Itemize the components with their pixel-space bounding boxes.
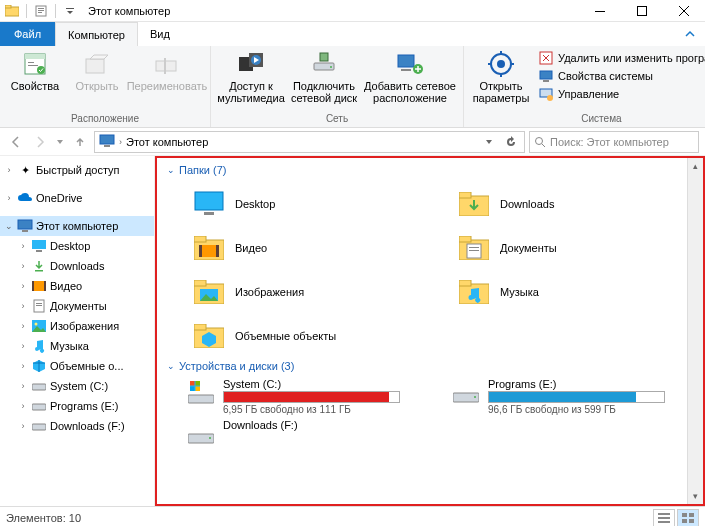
tree-desktop[interactable]: ›Desktop	[0, 236, 154, 256]
maximize-button[interactable]	[621, 0, 663, 22]
svg-rect-33	[540, 71, 552, 79]
properties-button[interactable]: Свойства	[4, 48, 66, 92]
svg-rect-83	[196, 387, 201, 392]
navigation-pane[interactable]: ›✦Быстрый доступ ›OneDrive ⌄Этот компьют…	[0, 156, 155, 506]
view-large-icons-button[interactable]	[677, 509, 699, 527]
chevron-right-icon: ›	[119, 137, 122, 147]
address-bar: › Этот компьютер Поиск: Этот компьютер	[0, 128, 705, 156]
svg-rect-90	[658, 521, 670, 523]
uninstall-icon	[538, 50, 554, 66]
folder-video[interactable]: Видео	[165, 226, 430, 270]
svg-rect-56	[32, 424, 46, 430]
tab-file[interactable]: Файл	[0, 22, 55, 46]
drive-downloads-f[interactable]: Downloads (F:)	[165, 419, 430, 447]
star-icon: ✦	[17, 162, 33, 178]
tree-documents[interactable]: ›Документы	[0, 296, 154, 316]
media-access-button[interactable]: Доступ к мультимедиа	[215, 48, 287, 104]
tree-programs-e[interactable]: ›Programs (E:)	[0, 396, 154, 416]
system-props-button[interactable]: Свойства системы	[538, 68, 705, 84]
tree-video[interactable]: ›Видео	[0, 276, 154, 296]
documents-icon	[31, 298, 47, 314]
tree-pictures[interactable]: ›Изображения	[0, 316, 154, 336]
content-area[interactable]: ⌄Папки (7) Desktop Видео Изображения Объ…	[155, 156, 705, 506]
tree-onedrive[interactable]: ›OneDrive	[0, 188, 154, 208]
qat-dropdown-icon[interactable]	[62, 3, 78, 19]
drive-programs-e[interactable]: Programs (E:) 96,6 ГБ свободно из 599 ГБ	[430, 378, 695, 415]
add-network-loc-button[interactable]: Добавить сетевое расположение	[361, 48, 459, 104]
uninstall-button[interactable]: Удалить или изменить программу	[538, 50, 705, 66]
view-details-button[interactable]	[653, 509, 675, 527]
objects3d-folder-icon	[193, 322, 225, 350]
tree-downloads-f[interactable]: ›Downloads (F:)	[0, 416, 154, 436]
svg-rect-63	[216, 245, 219, 257]
map-drive-button[interactable]: Подключить сетевой диск	[287, 48, 361, 104]
folder-music[interactable]: Музыка	[430, 270, 695, 314]
svg-rect-82	[190, 387, 195, 392]
svg-rect-34	[543, 80, 549, 82]
tree-this-pc[interactable]: ⌄Этот компьютер	[0, 216, 154, 236]
folder-pictures[interactable]: Изображения	[165, 270, 430, 314]
folder-3dobjects[interactable]: Объемные объекты	[165, 314, 430, 358]
svg-rect-46	[32, 281, 46, 291]
nav-forward-button[interactable]	[30, 132, 50, 152]
properties-qat-icon[interactable]	[33, 3, 49, 19]
desktop-icon	[31, 238, 47, 254]
rename-label: Переименовать	[127, 80, 208, 92]
pictures-folder-icon	[193, 278, 225, 306]
ribbon-section-system: Открыть параметры Удалить или изменить п…	[464, 46, 705, 127]
svg-rect-47	[32, 281, 34, 291]
window-title: Этот компьютер	[88, 5, 579, 17]
folder-documents[interactable]: Документы	[430, 226, 695, 270]
system-props-icon	[538, 68, 554, 84]
settings-icon	[487, 50, 515, 78]
svg-rect-80	[190, 381, 195, 386]
minimize-button[interactable]	[579, 0, 621, 22]
map-drive-label: Подключить сетевой диск	[287, 80, 361, 104]
tree-system-c[interactable]: ›System (C:)	[0, 376, 154, 396]
drive-system-c[interactable]: System (C:) 6,95 ГБ свободно из 111 ГБ	[165, 378, 430, 415]
nav-back-button[interactable]	[6, 132, 26, 152]
tree-quick-access[interactable]: ›✦Быстрый доступ	[0, 160, 154, 180]
svg-rect-11	[28, 62, 34, 63]
svg-rect-94	[689, 519, 694, 523]
open-label: Открыть	[75, 80, 118, 92]
close-button[interactable]	[663, 0, 705, 22]
video-icon	[31, 278, 47, 294]
scroll-down-icon[interactable]: ▾	[688, 488, 703, 504]
svg-rect-70	[459, 192, 471, 198]
search-field[interactable]: Поиск: Этот компьютер	[529, 131, 699, 153]
tree-3dobjects[interactable]: ›Объемные о...	[0, 356, 154, 376]
titlebar: Этот компьютер	[0, 0, 705, 22]
group-drives[interactable]: ⌄Устройства и диски (3)	[165, 358, 695, 378]
ribbon-collapse-button[interactable]	[675, 22, 705, 46]
svg-rect-50	[36, 303, 42, 304]
tree-music[interactable]: ›Музыка	[0, 336, 154, 356]
tab-computer[interactable]: Компьютер	[55, 22, 138, 46]
media-label: Доступ к мультимедиа	[215, 80, 287, 104]
svg-rect-68	[194, 324, 206, 330]
svg-rect-45	[35, 270, 43, 272]
svg-rect-23	[398, 55, 414, 67]
nav-history-button[interactable]	[54, 132, 66, 152]
tree-downloads[interactable]: ›Downloads	[0, 256, 154, 276]
address-dropdown-icon[interactable]	[480, 138, 498, 146]
address-field[interactable]: › Этот компьютер	[94, 131, 525, 153]
manage-button[interactable]: Управление	[538, 86, 705, 102]
svg-rect-14	[86, 59, 104, 73]
nav-up-button[interactable]	[70, 132, 90, 152]
tab-view[interactable]: Вид	[138, 22, 182, 46]
section-label-location: Расположение	[4, 113, 206, 125]
scroll-up-icon[interactable]: ▴	[688, 158, 703, 174]
vertical-scrollbar[interactable]: ▴ ▾	[687, 158, 703, 504]
svg-rect-91	[682, 513, 687, 517]
svg-rect-78	[188, 395, 214, 403]
media-icon	[237, 50, 265, 78]
thispc-icon	[17, 218, 33, 234]
group-folders[interactable]: ⌄Папки (7)	[165, 162, 695, 182]
svg-point-13	[37, 66, 45, 74]
status-bar: Элементов: 10	[0, 506, 705, 526]
folder-downloads[interactable]: Downloads	[430, 182, 695, 226]
open-settings-button[interactable]: Открыть параметры	[468, 48, 534, 104]
refresh-button[interactable]	[502, 136, 520, 148]
folder-desktop[interactable]: Desktop	[165, 182, 430, 226]
